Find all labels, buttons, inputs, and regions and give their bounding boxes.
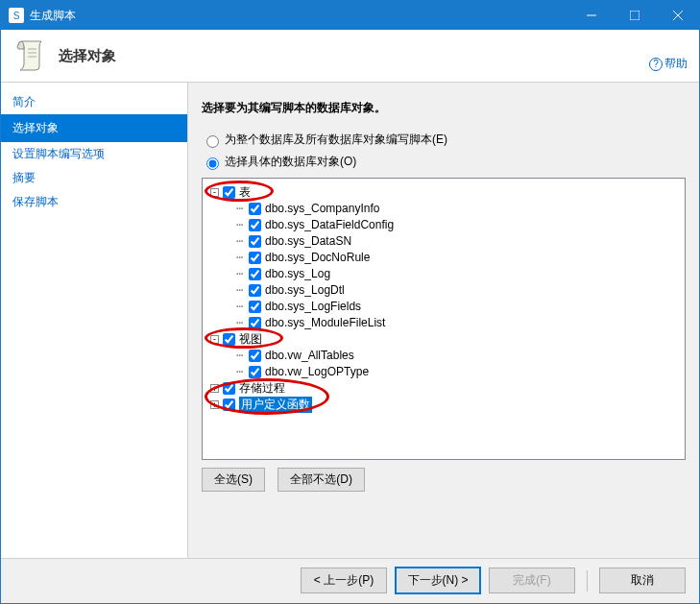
- titlebar: S 生成脚本: [1, 1, 699, 30]
- nav-sidebar: 简介 选择对象 设置脚本编写选项 摘要 保存脚本: [1, 83, 188, 558]
- content-heading: 选择要为其编写脚本的数据库对象。: [202, 100, 686, 116]
- collapse-icon[interactable]: -: [210, 335, 219, 344]
- tree-node-item[interactable]: ⋯dbo.sys_CompanyInfo: [206, 201, 681, 217]
- tree-node-item[interactable]: ⋯dbo.sys_LogFields: [206, 299, 681, 315]
- checkbox[interactable]: [249, 268, 261, 280]
- checkbox[interactable]: [249, 235, 261, 248]
- radio-specific-input[interactable]: [206, 157, 219, 170]
- checkbox[interactable]: [249, 252, 261, 264]
- minimize-button[interactable]: [569, 1, 613, 30]
- radio-entire-db[interactable]: 为整个数据库及所有数据库对象编写脚本(E): [202, 132, 686, 148]
- script-icon: [12, 37, 49, 74]
- maximize-button[interactable]: [613, 1, 656, 30]
- help-link[interactable]: ?帮助: [649, 56, 688, 72]
- checkbox[interactable]: [249, 350, 261, 362]
- checkbox[interactable]: [223, 186, 235, 199]
- checkbox[interactable]: [249, 301, 261, 313]
- tree-node-views[interactable]: -视图: [206, 331, 681, 348]
- nav-script-options[interactable]: 设置脚本编写选项: [1, 142, 187, 166]
- deselect-all-button[interactable]: 全部不选(D): [278, 468, 365, 492]
- tree-node-item[interactable]: ⋯dbo.sys_ModuleFileList: [206, 315, 681, 331]
- tree-node-tables[interactable]: -表: [206, 184, 681, 201]
- tree-node-item[interactable]: ⋯dbo.vw_AllTables: [206, 348, 681, 364]
- content-pane: ?帮助 选择要为其编写脚本的数据库对象。 为整个数据库及所有数据库对象编写脚本(…: [188, 83, 699, 558]
- tree-node-item[interactable]: ⋯dbo.sys_LogDtl: [206, 282, 681, 299]
- page-header: 选择对象: [1, 30, 699, 83]
- app-icon: S: [9, 8, 24, 23]
- nav-intro[interactable]: 简介: [1, 90, 187, 114]
- divider: [587, 570, 588, 592]
- tree-node-item[interactable]: ⋯dbo.sys_DataSN: [206, 233, 681, 250]
- expand-icon[interactable]: +: [210, 400, 219, 409]
- tree-node-item[interactable]: ⋯dbo.sys_Log: [206, 266, 681, 282]
- next-button[interactable]: 下一步(N) >: [395, 567, 481, 594]
- close-button[interactable]: [656, 1, 699, 30]
- object-tree[interactable]: -表 ⋯dbo.sys_CompanyInfo ⋯dbo.sys_DataFie…: [202, 178, 686, 460]
- checkbox[interactable]: [249, 203, 261, 215]
- expand-icon[interactable]: +: [210, 384, 219, 393]
- page-title: 选择对象: [59, 47, 116, 65]
- svg-rect-1: [630, 11, 640, 20]
- select-all-button[interactable]: 全选(S): [202, 468, 265, 492]
- checkbox[interactable]: [249, 219, 261, 231]
- checkbox[interactable]: [249, 366, 261, 378]
- checkbox[interactable]: [223, 399, 235, 411]
- collapse-icon[interactable]: -: [210, 188, 219, 197]
- tree-node-item[interactable]: ⋯dbo.sys_DocNoRule: [206, 250, 681, 266]
- checkbox[interactable]: [223, 333, 235, 346]
- dialog-window: S 生成脚本 选择对象 简介 选择对象 设置脚本编写选项 摘要 保存脚本 ?帮助…: [0, 0, 700, 604]
- titlebar-title: 生成脚本: [30, 8, 569, 24]
- checkbox[interactable]: [223, 382, 235, 395]
- finish-button: 完成(F): [489, 568, 575, 593]
- help-icon: ?: [649, 58, 663, 71]
- tree-node-item[interactable]: ⋯dbo.sys_DataFieldConfig: [206, 217, 681, 233]
- nav-select-objects[interactable]: 选择对象: [1, 114, 187, 142]
- checkbox[interactable]: [249, 284, 261, 297]
- cancel-button[interactable]: 取消: [599, 568, 686, 593]
- footer: < 上一步(P) 下一步(N) > 完成(F) 取消: [1, 558, 699, 602]
- nav-summary[interactable]: 摘要: [1, 166, 187, 190]
- nav-save[interactable]: 保存脚本: [1, 190, 187, 214]
- tree-node-funcs[interactable]: +用户定义函数: [206, 397, 681, 413]
- checkbox[interactable]: [249, 317, 261, 329]
- prev-button[interactable]: < 上一步(P): [301, 568, 387, 593]
- radio-specific[interactable]: 选择具体的数据库对象(O): [202, 154, 686, 170]
- tree-node-procs[interactable]: +存储过程: [206, 380, 681, 397]
- radio-entire-db-input[interactable]: [206, 135, 219, 148]
- tree-node-item[interactable]: ⋯dbo.vw_LogOPType: [206, 364, 681, 380]
